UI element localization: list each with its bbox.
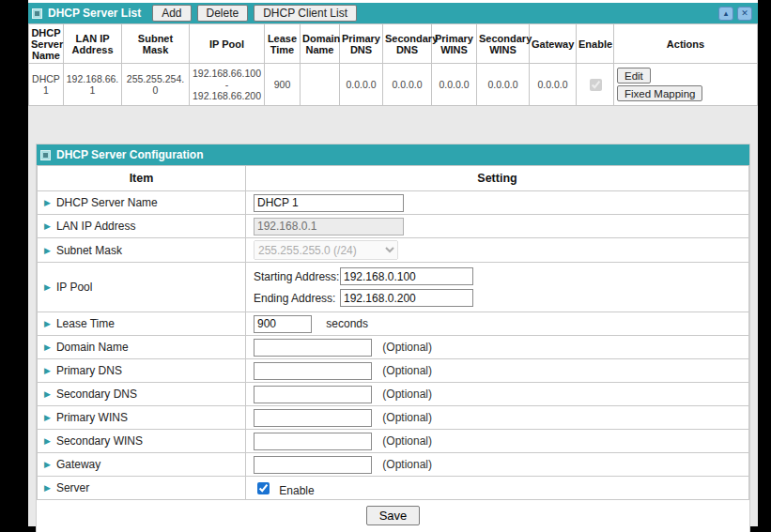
lan-ip-address-input: [254, 218, 404, 236]
panel-window-controls: ▴ ✕: [718, 7, 752, 21]
starting-address-line: Starting Address:: [254, 266, 745, 287]
column-subnet-mask: Subnet Mask: [122, 24, 190, 64]
column-lan-ip-address: LAN IP Address: [64, 24, 122, 64]
dhcp-server-list-panel: DHCP Server List Add Delete DHCP Client …: [28, 0, 758, 106]
server-enable-label: Enable: [279, 484, 314, 497]
optional-note: (Optional): [382, 434, 432, 448]
bullet-arrow-icon: ▶: [44, 413, 51, 422]
lease-time-unit: seconds: [326, 317, 368, 330]
optional-note: (Optional): [382, 458, 432, 471]
ending-address-line: Ending Address:: [254, 287, 745, 309]
secondary-dns-input[interactable]: [254, 386, 372, 403]
column-dhcp-server-name: DHCP Server Name: [29, 24, 64, 64]
row-subnet-mask: ▶Subnet Mask 255.255.255.0 (/24): [38, 238, 749, 263]
primary-dns-input[interactable]: [254, 362, 372, 380]
optional-note: (Optional): [382, 411, 432, 424]
panel-window-icon: [32, 8, 42, 19]
bullet-arrow-icon: ▶: [44, 198, 51, 207]
column-lease-time: Lease Time: [265, 24, 301, 64]
setting-header: Setting: [246, 166, 749, 191]
column-primary-dns: Primary DNS: [340, 24, 383, 64]
config-table-header-row: Item Setting: [38, 166, 749, 191]
ending-address-input[interactable]: [340, 289, 473, 307]
bullet-arrow-icon: ▶: [44, 221, 51, 231]
bullet-arrow-icon: ▶: [44, 342, 51, 352]
cell-actions: Edit Fixed Mapping: [614, 64, 758, 106]
save-row: Save: [37, 500, 749, 532]
row-lease-time: ▶Lease Time seconds: [38, 312, 749, 336]
secondary-wins-input[interactable]: [254, 433, 372, 450]
server-enable-checkbox[interactable]: [257, 482, 270, 494]
item-header: Item: [38, 166, 246, 191]
dhcp-server-list-title: DHCP Server List: [48, 7, 141, 20]
column-enable: Enable: [577, 24, 614, 64]
edit-button[interactable]: Edit: [617, 68, 651, 84]
cell-primary-wins: 0.0.0.0: [432, 64, 477, 106]
column-primary-wins: Primary WINS: [432, 24, 477, 64]
lease-time-input[interactable]: [254, 315, 312, 333]
bullet-arrow-icon: ▶: [44, 483, 51, 493]
starting-address-input[interactable]: [340, 267, 473, 285]
item-label: Primary DNS: [56, 364, 122, 377]
cell-domain-name: [301, 64, 340, 106]
cell-ip-pool: 192.168.66.100- 192.168.66.200: [190, 64, 265, 106]
gateway-input[interactable]: [254, 456, 372, 474]
optional-note: (Optional): [382, 364, 432, 377]
primary-wins-input[interactable]: [254, 409, 372, 427]
cell-primary-dns: 0.0.0.0: [340, 64, 383, 106]
column-secondary-dns: Secondary DNS: [383, 24, 432, 64]
bullet-arrow-icon: ▶: [44, 246, 51, 255]
cell-enable: [577, 64, 614, 106]
save-button[interactable]: Save: [366, 506, 421, 525]
optional-note: (Optional): [382, 341, 432, 354]
item-label: Subnet Mask: [56, 244, 122, 257]
item-label: Secondary DNS: [56, 388, 137, 401]
item-label: Primary WINS: [56, 411, 128, 424]
column-domain-name: Domain Name: [301, 24, 340, 64]
column-actions: Actions: [614, 24, 758, 64]
dhcp-server-list-header: DHCP Server List Add Delete DHCP Client …: [28, 3, 758, 23]
row-lan-ip-address: ▶LAN IP Address: [38, 215, 749, 238]
domain-name-input[interactable]: [254, 339, 372, 357]
cell-gateway: 0.0.0.0: [530, 64, 577, 106]
dhcp-server-configuration-panel: DHCP Server Configuration Item Setting ▶…: [36, 144, 750, 532]
dhcp-server-configuration-header: DHCP Server Configuration: [37, 144, 749, 165]
starting-address-label: Starting Address:: [254, 270, 340, 283]
cell-lease-time: 900: [265, 64, 301, 106]
dhcp-server-name-input[interactable]: [254, 194, 404, 212]
delete-button[interactable]: Delete: [197, 5, 249, 22]
bullet-arrow-icon: ▶: [44, 282, 51, 292]
item-label: Secondary WINS: [56, 434, 143, 448]
ending-address-label: Ending Address:: [254, 292, 340, 305]
row-primary-wins: ▶Primary WINS (Optional): [38, 406, 749, 430]
bullet-arrow-icon: ▶: [44, 389, 51, 399]
column-gateway: Gateway: [530, 24, 577, 64]
bullet-arrow-icon: ▶: [44, 460, 51, 469]
item-label: DHCP Server Name: [56, 196, 158, 209]
list-table-header-row: DHCP Server Name LAN IP Address Subnet M…: [29, 24, 758, 64]
optional-note: (Optional): [382, 388, 432, 401]
item-label: Lease Time: [56, 317, 115, 330]
collapse-button[interactable]: ▴: [718, 7, 733, 21]
close-button[interactable]: ✕: [737, 7, 752, 21]
row-domain-name: ▶Domain Name (Optional): [38, 336, 749, 359]
row-primary-dns: ▶Primary DNS (Optional): [38, 359, 749, 383]
cell-secondary-dns: 0.0.0.0: [383, 64, 432, 106]
add-button[interactable]: Add: [152, 5, 191, 22]
dhcp-server-configuration-table: Item Setting ▶DHCP Server Name ▶LAN IP A…: [37, 165, 749, 500]
page-content: DHCP Server List Add Delete DHCP Client …: [28, 0, 758, 526]
dhcp-client-list-button[interactable]: DHCP Client List: [254, 5, 357, 22]
row-gateway: ▶Gateway (Optional): [38, 453, 749, 477]
row-secondary-wins: ▶Secondary WINS (Optional): [38, 430, 749, 453]
item-label: Domain Name: [56, 341, 129, 354]
bullet-arrow-icon: ▶: [44, 366, 51, 375]
fixed-mapping-button[interactable]: Fixed Mapping: [617, 85, 702, 101]
item-label: IP Pool: [56, 281, 92, 294]
item-label: Server: [56, 481, 89, 494]
panel-window-icon: [40, 150, 51, 160]
cell-subnet-mask: 255.255.254.0: [122, 64, 190, 106]
cell-dhcp-server-name: DHCP 1: [29, 64, 64, 106]
bullet-arrow-icon: ▶: [44, 319, 51, 328]
item-label: Gateway: [56, 458, 100, 471]
subnet-mask-select: 255.255.255.0 (/24): [254, 240, 398, 260]
